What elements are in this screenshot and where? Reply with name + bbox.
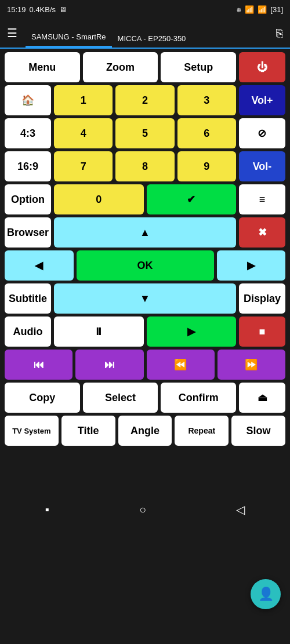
tv-system-button[interactable]: TV System xyxy=(5,416,59,446)
square-nav-icon[interactable]: ▪ xyxy=(45,503,49,516)
setup-button[interactable]: Setup xyxy=(161,52,236,82)
title-button[interactable]: Title xyxy=(61,416,115,446)
num-7-button[interactable]: 7 xyxy=(54,151,113,181)
browser-button[interactable]: Browser xyxy=(5,217,51,248)
vol-plus-button[interactable]: Vol+ xyxy=(239,85,285,115)
wifi-icon: 📶 xyxy=(258,5,267,14)
num-0-button[interactable]: 0 xyxy=(54,184,144,214)
hamburger-icon[interactable]: ☰ xyxy=(7,26,17,40)
cancel-button[interactable]: ⊘ xyxy=(239,118,285,148)
row-5: Option 0 ✔ ≡ xyxy=(5,184,285,214)
contact-fab[interactable]: 👤 xyxy=(251,579,281,609)
skip-next-button[interactable]: ⏭ xyxy=(75,350,143,380)
pause-button[interactable]: ⏸ xyxy=(54,316,144,347)
left-button[interactable]: ◀ xyxy=(5,250,74,281)
option-button[interactable]: Option xyxy=(5,184,51,214)
row-11: Copy Select Confirm ⏏ xyxy=(5,383,285,413)
row-9: Audio ⏸ ▶ ■ xyxy=(5,316,285,347)
select-button[interactable]: Select xyxy=(83,383,158,413)
num-5-button[interactable]: 5 xyxy=(115,118,174,148)
signal-icon: 📶 xyxy=(245,5,254,14)
layers-icon[interactable]: ⎘ xyxy=(276,27,283,40)
menu-button[interactable]: Menu xyxy=(5,52,80,82)
row-12: TV System Title Angle Repeat Slow xyxy=(5,416,285,446)
num-1-button[interactable]: 1 xyxy=(54,85,113,115)
confirm-button[interactable]: Confirm xyxy=(161,383,236,413)
list-button[interactable]: ≡ xyxy=(239,184,285,214)
tab-samsung[interactable]: SAMSUNG - SmartRe xyxy=(26,32,112,48)
back-nav-icon[interactable]: ◁ xyxy=(236,503,245,516)
num-4-button[interactable]: 4 xyxy=(54,118,113,148)
tab-micca[interactable]: MICCA - EP250-350 xyxy=(112,34,192,48)
battery-icon: [31] xyxy=(270,5,283,14)
num-9-button[interactable]: 9 xyxy=(177,151,236,181)
down-button[interactable]: ▼ xyxy=(54,283,236,314)
power-button[interactable]: ⏻ xyxy=(239,52,285,82)
row-1: Menu Zoom Setup ⏻ xyxy=(5,52,285,82)
repeat-button[interactable]: Repeat xyxy=(175,416,229,446)
slow-button[interactable]: Slow xyxy=(231,416,285,446)
row-10: ⏮ ⏭ ⏪ ⏩ xyxy=(5,350,285,380)
audio-button[interactable]: Audio xyxy=(5,316,51,347)
row-6: Browser ▲ ✖ xyxy=(5,217,285,248)
play-button[interactable]: ▶ xyxy=(147,316,237,347)
subtitle-button[interactable]: Subtitle xyxy=(5,283,51,314)
data-speed: 0.4KB/s xyxy=(30,5,56,14)
num-3-button[interactable]: 3 xyxy=(177,85,236,115)
stop-button[interactable]: ■ xyxy=(239,316,285,347)
ratio-43-button[interactable]: 4:3 xyxy=(5,118,51,148)
vol-minus-button[interactable]: Vol- xyxy=(239,151,285,181)
home-button[interactable]: 🏠 xyxy=(5,85,51,115)
copy-button[interactable]: Copy xyxy=(5,383,80,413)
angle-button[interactable]: Angle xyxy=(118,416,172,446)
nav-bar: ☰ SAMSUNG - SmartRe MICCA - EP250-350 ⎘ xyxy=(0,19,290,49)
num-6-button[interactable]: 6 xyxy=(177,118,236,148)
check-button[interactable]: ✔ xyxy=(147,184,237,214)
row-7: ◀ OK ▶ xyxy=(5,250,285,281)
row-4: 16:9 7 8 9 Vol- xyxy=(5,151,285,181)
bluetooth-icon: ⎈ xyxy=(237,5,241,14)
screen-icon: 🖥 xyxy=(59,5,67,14)
display-button[interactable]: Display xyxy=(239,283,285,314)
skip-prev-button[interactable]: ⏮ xyxy=(5,350,72,380)
close-button[interactable]: ✖ xyxy=(239,217,285,248)
rewind-button[interactable]: ⏪ xyxy=(147,350,215,380)
android-nav: ▪ ○ ◁ xyxy=(0,496,290,523)
circle-nav-icon[interactable]: ○ xyxy=(139,503,146,516)
status-bar: 15:19 0.4KB/s 🖥 ⎈ 📶 📶 [31] xyxy=(0,0,290,19)
up-button[interactable]: ▲ xyxy=(54,217,236,248)
num-8-button[interactable]: 8 xyxy=(115,151,174,181)
row-3: 4:3 4 5 6 ⊘ xyxy=(5,118,285,148)
zoom-button[interactable]: Zoom xyxy=(83,52,158,82)
eject-button[interactable]: ⏏ xyxy=(239,383,285,413)
ok-button[interactable]: OK xyxy=(77,250,214,281)
ratio-169-button[interactable]: 16:9 xyxy=(5,151,51,181)
num-2-button[interactable]: 2 xyxy=(115,85,174,115)
row-2: 🏠 1 2 3 Vol+ xyxy=(5,85,285,115)
time: 15:19 xyxy=(7,5,26,14)
fast-forward-button[interactable]: ⏩ xyxy=(217,350,285,380)
right-button[interactable]: ▶ xyxy=(217,250,286,281)
row-8: Subtitle ▼ Display xyxy=(5,283,285,314)
remote-control: Menu Zoom Setup ⏻ 🏠 1 2 3 Vol+ 4:3 4 5 6… xyxy=(0,49,290,449)
